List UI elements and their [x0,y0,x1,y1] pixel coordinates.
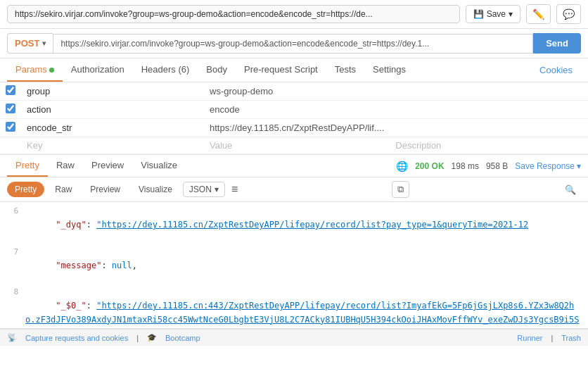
request-bar: POST ▾ Send [0,29,588,58]
param-key-1: group [27,86,50,96]
save-dropdown-arrow[interactable]: ▾ [509,9,513,19]
tabs-row: Params Authorization Headers (6) Body Pr… [0,58,588,82]
bottom-bar-right: Runner | Trash [517,334,581,342]
format-pretty-btn[interactable]: Pretty [7,182,44,197]
bottom-bar: 📡 Capture requests and cookies | 🎓 Bootc… [0,329,588,346]
globe-icon: 🌐 [396,161,408,172]
time-badge: 198 ms [452,161,479,171]
format-preview-btn[interactable]: Preview [82,182,128,197]
trash-link[interactable]: Trash [561,334,581,342]
body-tabs-row: Pretty Raw Preview Visualize 🌐 200 OK 19… [0,155,588,177]
tab-raw[interactable]: Raw [48,155,83,177]
param-checkbox-2[interactable] [6,104,15,113]
tab-pre-request[interactable]: Pre-request Script [236,58,326,82]
save-response-arrow: ▾ [577,161,581,171]
method-select[interactable]: POST ▾ [7,33,53,54]
comment-button[interactable]: 💬 [556,4,581,24]
tab-params[interactable]: Params [7,58,63,82]
code-line-6: 6 "_dyq": "https://dey.11185.cn/ZxptRest… [0,205,588,246]
tab-cookies[interactable]: Cookies [531,59,581,81]
method-dropdown-arrow: ▾ [42,39,46,47]
method-label: POST [15,38,39,49]
copy-button[interactable]: ⧉ [392,181,409,198]
param-val-2: encode [210,104,240,115]
format-raw-btn[interactable]: Raw [47,182,79,197]
params-section: group ws-group-demo action encode encode… [0,82,588,155]
save-response-button[interactable]: Save Response ▾ [515,161,581,171]
tab-settings[interactable]: Settings [364,58,414,82]
tab-tests[interactable]: Tests [326,58,364,82]
send-button[interactable]: Send [533,33,581,54]
format-json-select[interactable]: JSON ▾ [183,182,225,197]
save-label: Save [487,9,506,19]
table-row-empty: Key Value Description [0,137,588,154]
save-button[interactable]: 💾 Save ▾ [466,5,520,23]
json-select-arrow: ▾ [215,184,219,194]
search-button[interactable]: 🔍 [560,182,581,197]
code-area[interactable]: 6 "_dyq": "https://dey.11185.cn/ZxptRest… [0,202,588,329]
capture-link[interactable]: Capture requests and cookies [25,334,128,342]
tab-body[interactable]: Body [198,58,236,82]
tab-authorization[interactable]: Authorization [63,58,133,82]
separator: | [136,334,139,342]
format-visualize-btn[interactable]: Visualize [131,182,180,197]
divider: | [551,334,553,342]
table-row: action encode [0,101,588,119]
save-icon: 💾 [473,9,484,19]
url-bar: 💾 Save ▾ ✏️ 💬 [0,0,588,29]
params-dot [49,68,54,73]
param-key-3: encode_str [27,123,72,133]
size-badge: 958 B [486,161,508,171]
table-row: group ws-group-demo [0,82,588,101]
capture-icon: 📡 [7,333,17,342]
param-checkbox-1[interactable] [6,85,15,95]
params-table: group ws-group-demo action encode encode… [0,82,588,154]
code-line-7: 7 "message": null, [0,246,588,287]
line-number: 7 [6,246,25,258]
code-line-8: 8 "_$0_": "https://dey.11185.cn:443/Zxpt… [0,286,588,329]
bootcamp-link[interactable]: Bootcamp [165,334,200,342]
table-row: encode_str https://dey.11185.cn/ZxptRest… [0,119,588,137]
tab-headers[interactable]: Headers (6) [133,58,198,82]
param-val-placeholder[interactable]: Value [210,140,232,151]
param-val-1: ws-group-demo [210,86,273,96]
param-key-2: action [27,104,51,115]
bootcamp-icon: 🎓 [147,333,157,342]
runner-link[interactable]: Runner [517,334,542,342]
request-url-input[interactable] [53,34,533,54]
param-desc-placeholder: Description [395,140,441,151]
url-input[interactable] [7,5,460,23]
param-checkbox-3[interactable] [6,122,15,132]
filter-button[interactable]: ≡ [228,181,241,198]
code-format-row: Pretty Raw Preview Visualize JSON ▾ ≡ ⧉ … [0,177,588,202]
status-area: 🌐 200 OK 198 ms 958 B Save Response ▾ [396,161,581,172]
param-key-placeholder[interactable]: Key [27,140,42,151]
line-number: 6 [6,205,25,218]
tab-preview[interactable]: Preview [83,155,132,177]
status-badge: 200 OK [415,161,444,171]
tab-visualize[interactable]: Visualize [132,155,186,177]
edit-button[interactable]: ✏️ [526,4,551,24]
tab-pretty[interactable]: Pretty [7,155,48,177]
param-val-3: https://dey.11185.cn/ZxptRestDeyAPP/lif.… [210,123,384,133]
line-number: 8 [6,286,25,299]
